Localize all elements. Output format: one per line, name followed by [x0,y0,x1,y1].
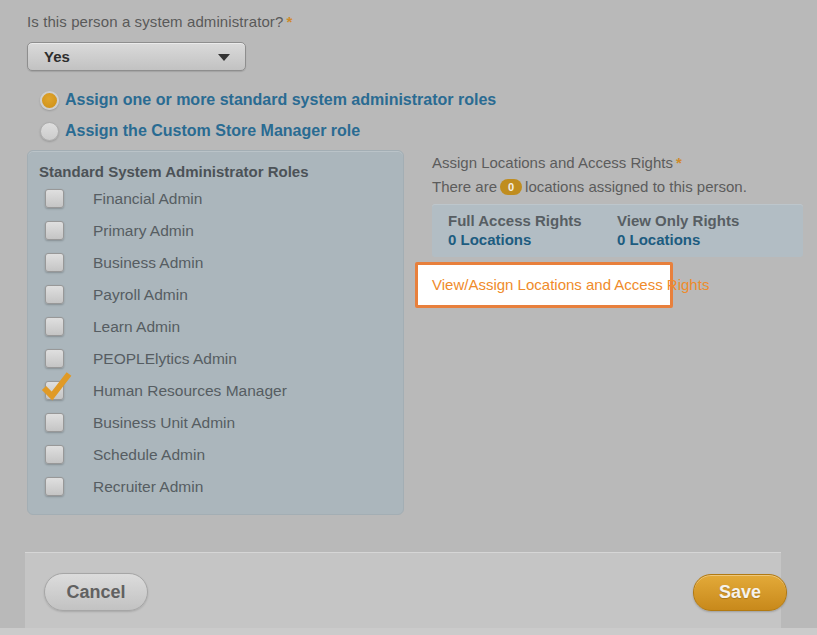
chevron-down-icon [218,54,230,61]
access-rights-summary-box: Full Access Rights 0 Locations View Only… [432,204,803,257]
role-label: Business Admin [93,254,203,272]
save-button[interactable]: Save [693,574,787,611]
role-checkbox-row[interactable]: Payroll Admin [45,285,385,305]
view-only-column: View Only Rights 0 Locations [617,212,739,248]
full-access-column: Full Access Rights 0 Locations [448,212,582,248]
role-label: Human Resources Manager [93,382,287,400]
locations-summary: There are0locations assigned to this per… [432,178,747,195]
checkbox-icon[interactable] [45,413,64,432]
system-admin-dropdown[interactable]: Yes [27,42,246,71]
full-access-locations-link[interactable]: 0 Locations [448,231,582,248]
role-label: Learn Admin [93,318,180,336]
locations-title-text: Assign Locations and Access Rights [432,154,673,171]
role-label: Payroll Admin [93,286,188,304]
question-text: Is this person a system administrator? [27,13,283,30]
checkbox-icon[interactable] [45,477,64,496]
radio-label: Assign the Custom Store Manager role [65,122,360,140]
role-label: Schedule Admin [93,446,205,464]
view-only-title: View Only Rights [617,212,739,229]
question-label: Is this person a system administrator?* [27,13,292,30]
roles-panel-title: Standard System Administrator Roles [39,163,309,180]
checkbox-icon[interactable] [45,445,64,464]
highlight-callout-box: View/Assign Locations and Access Rights [415,262,673,308]
role-label: Recruiter Admin [93,478,203,496]
locations-count-badge: 0 [500,179,522,195]
radio-label: Assign one or more standard system admin… [65,91,496,109]
role-label: Business Unit Admin [93,414,235,432]
checkbox-icon[interactable] [45,349,64,368]
summary-suffix: locations assigned to this person. [525,178,747,195]
role-checkbox-row[interactable]: Recruiter Admin [45,477,385,497]
radio-button-icon [40,91,59,110]
full-access-title: Full Access Rights [448,212,582,229]
view-only-locations-link[interactable]: 0 Locations [617,231,739,248]
role-checkbox-row[interactable]: Primary Admin [45,221,385,241]
checkbox-icon[interactable] [45,381,64,400]
bottom-edge-strip [0,628,817,635]
admin-role-form: Is this person a system administrator?* … [0,0,817,635]
role-checkbox-row[interactable]: Schedule Admin [45,445,385,465]
checkbox-icon[interactable] [45,189,64,208]
role-checkbox-row[interactable]: Human Resources Manager [45,381,385,401]
required-asterisk: * [673,154,682,171]
role-label: Primary Admin [93,222,194,240]
radio-button-icon [40,122,59,141]
role-checkbox-row[interactable]: PEOPLElytics Admin [45,349,385,369]
role-checkbox-row[interactable]: Business Admin [45,253,385,273]
cancel-button[interactable]: Cancel [44,573,148,611]
standard-roles-panel: Standard System Administrator Roles Fina… [27,150,404,515]
footer-bar: Cancel Save [25,552,781,628]
summary-prefix: There are [432,178,497,195]
role-checkbox-row[interactable]: Learn Admin [45,317,385,337]
role-label: PEOPLElytics Admin [93,350,237,368]
required-asterisk: * [283,13,292,30]
role-checkbox-row[interactable]: Business Unit Admin [45,413,385,433]
checkbox-icon[interactable] [45,285,64,304]
view-assign-locations-link[interactable]: View/Assign Locations and Access Rights [432,265,709,305]
dropdown-selected-value: Yes [44,43,70,70]
role-label: Financial Admin [93,190,202,208]
checkbox-icon[interactable] [45,221,64,240]
locations-section-title: Assign Locations and Access Rights* [432,154,682,171]
checkbox-icon[interactable] [45,253,64,272]
checkbox-icon[interactable] [45,317,64,336]
role-checkbox-row[interactable]: Financial Admin [45,189,385,209]
